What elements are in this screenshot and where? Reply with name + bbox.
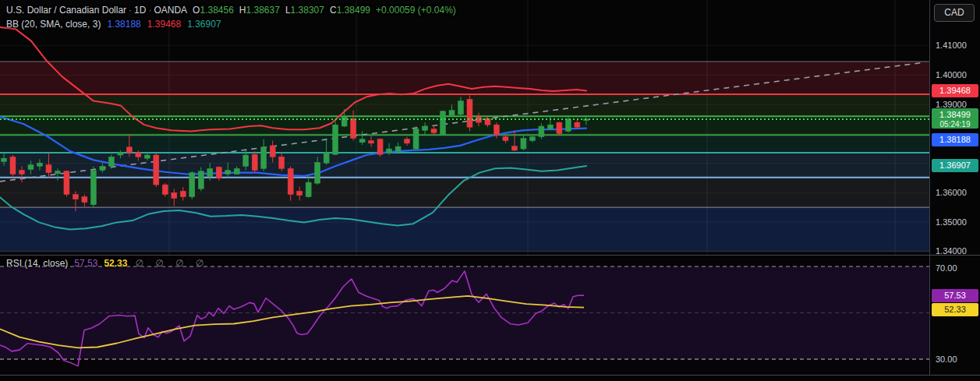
bb-basis-value: 1.38188 [107, 19, 140, 30]
candle-body [306, 182, 311, 196]
candle-body [216, 167, 221, 178]
change-value: +0.00059 (+0.04%) [376, 5, 456, 16]
candle-body [118, 153, 123, 155]
rsi-legend[interactable]: RSI (14, close)57.5352.33∅ ∅ ∅ ∅ [6, 258, 208, 269]
bb-upper-value: 1.39468 [147, 19, 181, 30]
timeframe-label[interactable]: 1D [134, 5, 146, 16]
rsi-label: RSI (14, close) [6, 258, 68, 269]
rsi-ma-badge: 52.33 [932, 303, 978, 316]
candle-body [28, 164, 34, 169]
candle-body [126, 147, 132, 153]
price-zone-1 [0, 94, 929, 116]
candle-body [351, 118, 356, 138]
pane-divider[interactable] [0, 255, 980, 256]
last-price-badge: 1.3849905:24:19 [932, 108, 978, 129]
candle-body [73, 195, 78, 199]
candle-body [315, 162, 320, 183]
candle-body [458, 101, 463, 115]
candle-body [243, 155, 249, 166]
candle-body [405, 139, 410, 143]
candle-body [359, 139, 365, 143]
rsi-axis-label: 70.00 [936, 262, 957, 274]
candle-body [413, 129, 419, 149]
low-letter: L [285, 5, 291, 16]
candle-body [46, 164, 51, 172]
candle-body [64, 171, 69, 195]
candle-body [324, 153, 329, 163]
candle-body [297, 191, 302, 195]
candle-body [395, 146, 401, 151]
candle-body [252, 154, 257, 170]
candle-body [431, 129, 437, 132]
low-value: 1.38307 [291, 5, 324, 16]
candle-body [55, 171, 60, 174]
bb-lower-badge: 1.36907 [932, 159, 978, 172]
candle-body [108, 157, 114, 166]
chart-area[interactable]: U.S. Dollar / Canadian Dollar·1D·OANDAO1… [0, 0, 929, 375]
rsi-value-badge: 57.53 [932, 289, 978, 302]
candle-body [234, 168, 239, 174]
candle-body [37, 163, 42, 166]
symbol-legend[interactable]: U.S. Dollar / Canadian Dollar·1D·OANDAO1… [6, 5, 456, 16]
candle-body [449, 111, 455, 115]
candle-body [511, 146, 517, 150]
candle-body [539, 126, 544, 137]
bb-basis-badge: 1.38188 [932, 133, 978, 146]
candle-body [494, 125, 499, 135]
candle-body [198, 171, 203, 189]
high-value: 1.38637 [246, 5, 280, 16]
legend-separator: · [129, 5, 132, 16]
price-axis-label: 1.40000 [936, 69, 967, 81]
bb-label: BB (20, SMA, close, 3) [6, 19, 101, 30]
candle-body [369, 140, 374, 143]
candle-body [423, 126, 428, 130]
price-zone-6 [0, 207, 929, 252]
candle-body [154, 155, 159, 185]
candle-body [189, 173, 195, 197]
candle-body [82, 197, 87, 203]
price-axis[interactable]: CAD 1.410001.400001.390001.360001.350001… [929, 0, 980, 375]
exchange-label: OANDA [154, 5, 187, 16]
candle-body [575, 122, 580, 127]
bb-upper-badge: 1.39468 [932, 84, 978, 97]
time-axis[interactable] [0, 375, 980, 381]
candle-body [547, 125, 553, 129]
candle-body [10, 157, 16, 174]
countdown-timer: 05:24:19 [932, 120, 978, 129]
currency-toggle-button[interactable]: CAD [934, 4, 975, 22]
candle-body [279, 157, 285, 168]
candle-body [529, 137, 535, 141]
symbol-title: U.S. Dollar / Canadian Dollar [6, 5, 126, 16]
candle-body [341, 117, 347, 126]
candle-body [377, 139, 383, 155]
rsi-axis-label: 30.00 [936, 353, 957, 365]
candle-body [225, 171, 231, 175]
main-chart-svg[interactable] [0, 0, 929, 375]
candle-body [261, 147, 267, 169]
price-axis-label: 1.36000 [936, 186, 967, 199]
candle-body [503, 137, 508, 141]
rsi-ma-value: 52.33 [104, 258, 127, 269]
candle-body [207, 168, 213, 177]
bb-lower-value: 1.36907 [187, 19, 221, 30]
rsi-empty-values: ∅ ∅ ∅ ∅ [135, 258, 208, 269]
candle-body [19, 171, 24, 175]
candle-body [144, 155, 150, 158]
candle-body [440, 111, 446, 135]
trading-chart-app: U.S. Dollar / Canadian Dollar·1D·OANDAO1… [0, 0, 980, 381]
price-axis-label: 1.41000 [936, 39, 967, 51]
open-value: 1.38456 [200, 5, 233, 16]
candle-body [2, 158, 7, 161]
candle-body [270, 146, 275, 157]
candle-body [288, 168, 293, 194]
candle-body [565, 119, 571, 131]
price-axis-label: 1.35000 [936, 216, 967, 228]
close-value: 1.38499 [337, 5, 370, 16]
candle-body [467, 99, 472, 127]
candle-body [333, 125, 338, 154]
legend-separator2: · [148, 5, 151, 16]
candle-body [557, 122, 562, 133]
bollinger-legend[interactable]: BB (20, SMA, close, 3)1.381881.394681.36… [6, 19, 221, 30]
candle-body [100, 166, 105, 170]
candle-body [180, 191, 186, 196]
